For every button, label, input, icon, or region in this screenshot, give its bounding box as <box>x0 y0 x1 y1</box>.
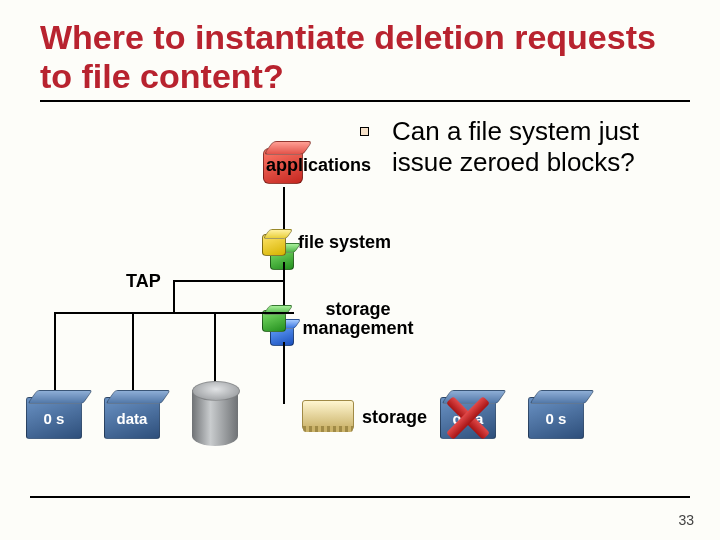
slab-left-data: data <box>104 397 160 439</box>
connector-tap-zeros <box>54 312 56 392</box>
title-block: Where to instantiate deletion requests t… <box>40 18 690 102</box>
connector-sm-disk <box>283 342 285 404</box>
connector-fs-fork <box>283 262 285 280</box>
slab-left-zeros: 0 s <box>26 397 82 439</box>
connector-sm-down <box>283 280 285 308</box>
disk-platter-icon <box>302 400 354 430</box>
storage-label: storage <box>362 408 427 427</box>
connector-tap-h <box>54 312 294 314</box>
tap-label: TAP <box>126 272 161 291</box>
filesystem-label: file system <box>298 233 391 252</box>
bullet-text: Can a file system just issue zeroed bloc… <box>392 116 692 178</box>
storage-mgmt-line1: storage <box>325 299 390 319</box>
storage-mgmt-line2: management <box>302 318 413 338</box>
slide-title: Where to instantiate deletion requests t… <box>40 18 690 100</box>
connector-tap-data <box>132 312 134 392</box>
page-number: 33 <box>678 512 694 528</box>
footer-rule <box>30 496 690 498</box>
slab-right-zeros-text: 0 s <box>546 410 567 427</box>
slab-left-data-text: data <box>117 410 148 427</box>
connector-fork-h <box>173 280 285 282</box>
slab-right-zeros: 0 s <box>528 397 584 439</box>
connector-tap-down <box>173 280 175 312</box>
cross-out-icon <box>446 396 490 440</box>
connector-tap-cyl <box>214 312 216 392</box>
applications-label: applications <box>266 156 371 175</box>
cylinder-icon <box>192 390 238 446</box>
bullet-square <box>360 127 369 136</box>
connector-apps-fs <box>283 187 285 231</box>
slab-left-zeros-text: 0 s <box>44 410 65 427</box>
storage-mgmt-label: storage management <box>298 300 418 338</box>
